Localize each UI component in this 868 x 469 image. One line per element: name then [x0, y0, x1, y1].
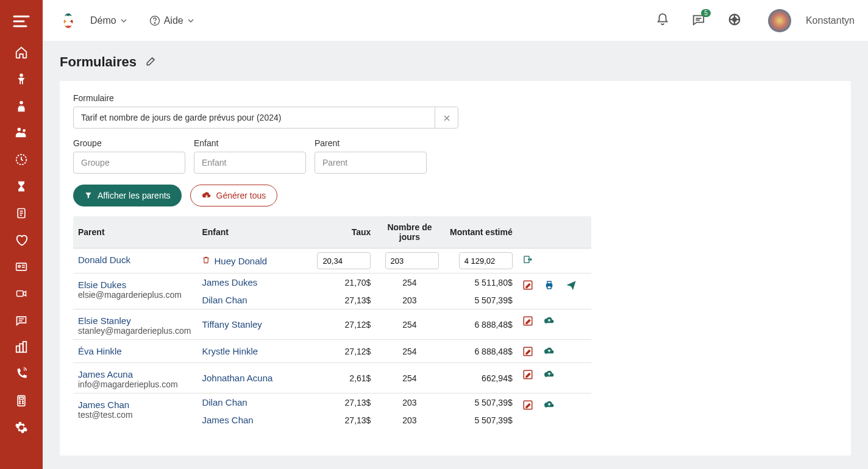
edit-icon[interactable]	[522, 280, 533, 292]
edit-icon[interactable]	[522, 346, 533, 359]
menu-toggle-icon[interactable]	[13, 15, 30, 30]
th-taux: Taux	[308, 216, 375, 249]
cloud-icon[interactable]	[543, 400, 555, 412]
nav-phone-icon[interactable]	[7, 361, 36, 387]
parent-name-link[interactable]: Elsie Dukes	[78, 280, 192, 290]
child-name-link[interactable]: James Dukes	[202, 277, 303, 287]
svg-point-34	[733, 18, 736, 21]
cell-taux: 2,61$	[308, 363, 375, 393]
nav-document-icon[interactable]	[7, 200, 36, 227]
help-label: Aide	[164, 15, 183, 26]
svg-point-24	[20, 401, 21, 402]
formulaire-select[interactable]: Tarif et nombre de jours de garde prévus…	[73, 107, 458, 129]
cell-montant: 662,94$	[444, 363, 518, 393]
edit-icon[interactable]	[522, 316, 533, 328]
child-cell: Dilan Chan	[197, 393, 308, 412]
print-icon[interactable]	[543, 280, 555, 292]
nav-card-icon[interactable]	[7, 253, 36, 280]
nav-child-icon[interactable]	[7, 66, 36, 93]
parent-name-link[interactable]: James Chan	[78, 400, 192, 410]
parent-cell: Elsie Stanleystanley@magarderieplus.com	[73, 309, 197, 340]
edit-title-icon[interactable]	[145, 55, 157, 69]
generate-all-button[interactable]: Générer tous	[190, 185, 278, 206]
send-icon[interactable]	[565, 280, 577, 292]
org-name: Démo	[90, 15, 116, 26]
actions-cell	[518, 363, 591, 393]
nav-chat-icon[interactable]	[7, 307, 36, 334]
nav-schedule-icon[interactable]	[7, 146, 36, 173]
actions-cell	[518, 340, 591, 363]
child-name-link[interactable]: Tiffany Stanley	[202, 319, 303, 330]
svg-point-5	[18, 128, 21, 132]
child-cell: Dilan Chan	[197, 291, 308, 309]
child-name-link[interactable]: Krystle Hinkle	[202, 346, 303, 356]
actions-cell	[518, 393, 591, 429]
child-name-link[interactable]: Huey Donald	[202, 255, 303, 267]
clear-icon[interactable]	[435, 107, 458, 129]
svg-point-27	[23, 403, 24, 404]
cell-jours: 254	[375, 340, 443, 363]
cell-taux: 27,13$	[308, 393, 375, 412]
chevron-down-icon	[187, 17, 194, 24]
notifications-icon[interactable]	[656, 13, 669, 29]
parent-email: stanley@magarderieplus.com	[78, 326, 192, 336]
th-enfant: Enfant	[197, 216, 308, 249]
parent-name-link[interactable]: Éva Hinkle	[78, 346, 192, 356]
nav-calculator-icon[interactable]	[7, 387, 36, 414]
nav-video-icon[interactable]	[7, 280, 36, 307]
cell-montant: 6 888,48$	[444, 340, 518, 363]
filter-icon	[84, 191, 93, 200]
cloud-icon[interactable]	[543, 370, 555, 381]
child-cell: Tiffany Stanley	[197, 309, 308, 340]
nav-heart-icon[interactable]	[7, 227, 36, 253]
cell-montant: 5 507,39$	[444, 291, 518, 309]
parent-name-link[interactable]: Donald Duck	[78, 255, 192, 265]
svg-rect-44	[547, 281, 551, 284]
nav-settings-icon[interactable]	[7, 414, 36, 441]
svg-point-3	[20, 74, 23, 77]
svg-point-30	[154, 23, 155, 24]
nav-home-icon[interactable]	[7, 39, 36, 66]
montant-input[interactable]	[459, 252, 513, 269]
parent-name-link[interactable]: Elsie Stanley	[78, 316, 192, 326]
formulaire-label: Formulaire	[73, 93, 838, 103]
parent-cell: Elsie Dukeselsie@magarderieplus.com	[73, 273, 197, 309]
show-parents-button[interactable]: Afficher les parents	[73, 185, 182, 206]
svg-rect-45	[547, 286, 551, 289]
nav-parents-icon[interactable]	[7, 119, 36, 146]
messages-badge: 5	[701, 9, 711, 17]
enfant-input[interactable]	[194, 152, 306, 174]
nav-hourglass-icon[interactable]	[7, 173, 36, 200]
cell-taux: 27,12$	[308, 340, 375, 363]
taux-input[interactable]	[317, 252, 371, 269]
jours-input[interactable]	[385, 252, 439, 269]
user-avatar[interactable]	[768, 9, 791, 32]
cell-montant: 5 511,80$	[444, 273, 518, 292]
th-parent: Parent	[73, 216, 197, 249]
child-name-link[interactable]: Dilan Chan	[202, 295, 303, 305]
help-menu[interactable]: Aide	[149, 15, 194, 26]
child-name-link[interactable]: Johnathan Acuna	[202, 373, 303, 383]
edit-icon[interactable]	[522, 369, 533, 382]
support-icon[interactable]	[728, 13, 741, 29]
svg-point-26	[20, 403, 21, 404]
cloud-icon[interactable]	[543, 347, 555, 358]
edit-icon[interactable]	[522, 400, 533, 412]
cloud-icon[interactable]	[543, 316, 555, 328]
org-switcher[interactable]: Démo	[90, 15, 127, 26]
child-name-link[interactable]: Dilan Chan	[202, 397, 303, 407]
trash-icon[interactable]	[202, 255, 210, 267]
parent-name-link[interactable]: James Acuna	[78, 369, 192, 379]
export-icon[interactable]	[522, 255, 533, 266]
actions-cell	[518, 249, 591, 273]
messages-icon[interactable]: 5	[691, 13, 706, 29]
child-cell: Huey Donald	[197, 249, 308, 273]
parent-input[interactable]	[315, 152, 427, 174]
child-name-link[interactable]: James Chan	[202, 415, 303, 425]
groupe-input[interactable]	[73, 152, 185, 174]
th-jours: Nombre de jours	[375, 216, 443, 249]
cell-taux	[308, 249, 375, 273]
parent-cell: Éva Hinkle	[73, 340, 197, 363]
nav-staff-icon[interactable]	[7, 93, 36, 119]
nav-building-icon[interactable]	[7, 334, 36, 361]
